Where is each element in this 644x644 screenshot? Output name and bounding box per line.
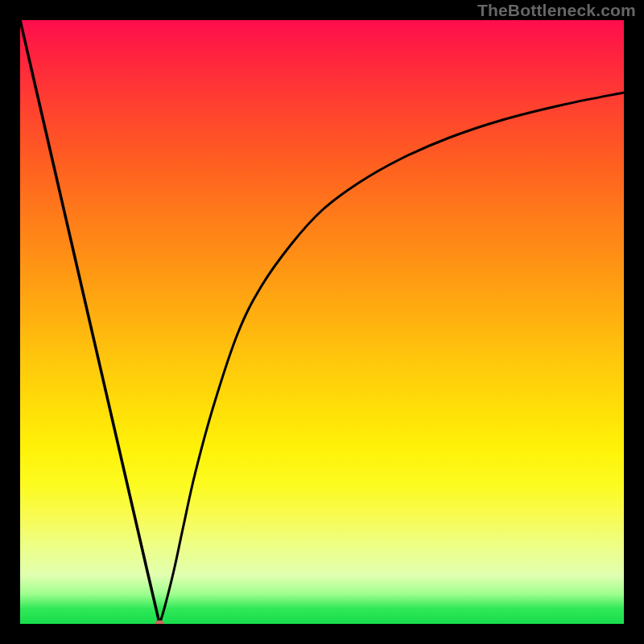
- curve-layer: [20, 20, 624, 624]
- curve-left-branch: [20, 20, 159, 624]
- curve-right-branch: [159, 93, 624, 624]
- attribution-text: TheBottleneck.com: [477, 1, 636, 20]
- plot-area: [20, 20, 624, 624]
- chart-frame: TheBottleneck.com: [0, 0, 644, 644]
- bottleneck-curve: [20, 20, 624, 624]
- vertex-marker: [155, 621, 164, 625]
